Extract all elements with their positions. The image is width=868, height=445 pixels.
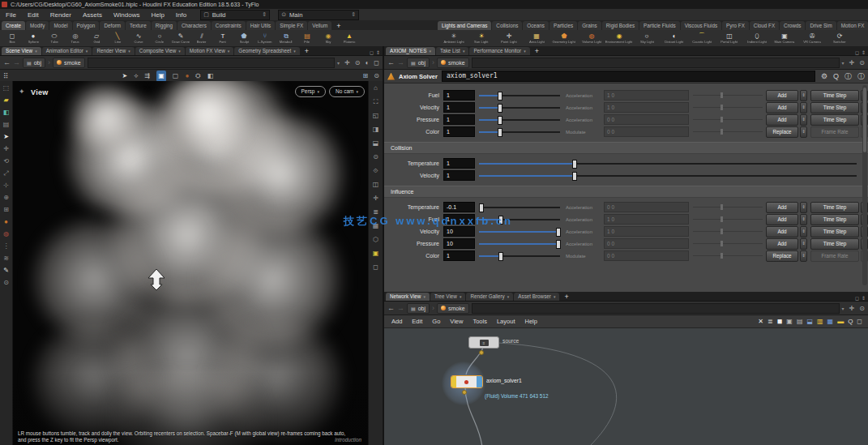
shelf-tool-tube[interactable]: ⬭Tube: [44, 30, 65, 46]
scene-tab-scene-view[interactable]: Scene View▾: [2, 47, 41, 55]
pane-maximize-icon[interactable]: ◻: [855, 295, 859, 301]
scene-tab-geometry-spreadsheet[interactable]: Geometry Spreadsheet▾: [234, 47, 300, 55]
single-view-icon[interactable]: ⬓: [373, 139, 379, 147]
shelf-tab-particle-fluids[interactable]: Particle Fluids: [639, 21, 680, 30]
shelf-tab-oceans[interactable]: Oceans: [523, 21, 549, 30]
take-selector[interactable]: ⊙Main⇕: [278, 10, 359, 20]
operation-spinner-icon[interactable]: ⇕: [800, 214, 807, 225]
shelf-tool-switcher[interactable]: ⟳Switcher: [826, 30, 853, 46]
scene-path-field[interactable]: [88, 58, 335, 68]
network-path-node[interactable]: smoke: [437, 303, 469, 314]
network-tab-network-view[interactable]: Network View▾: [386, 293, 430, 301]
light-view-icon[interactable]: ⟐: [373, 167, 378, 174]
chevron-down-icon[interactable]: ▾: [337, 60, 340, 66]
menu-render[interactable]: Render: [45, 10, 77, 20]
scale-dropdown[interactable]: Time Step: [810, 114, 859, 126]
pane-maximize-icon[interactable]: ◻: [855, 49, 859, 55]
shelf-tool-l-system[interactable]: ⑂L-System: [254, 30, 276, 46]
desktop-selector[interactable]: ▢Build⇕: [200, 10, 270, 20]
scale-dropdown[interactable]: Frame Rate: [810, 250, 859, 262]
param-modulate-field[interactable]: 0 0: [604, 114, 689, 125]
param-modulate-field[interactable]: 0 0: [604, 238, 689, 249]
param-value-field[interactable]: 1: [443, 102, 475, 113]
home-view-icon[interactable]: ⌂: [374, 84, 378, 92]
network-canvas[interactable]: ≡ source axiom_solver1 (Fluid) Volume 47…: [384, 328, 868, 445]
slider-handle[interactable]: [498, 252, 503, 261]
shelf-tool-circle[interactable]: ○Circle: [149, 30, 170, 46]
scene-tab-composite-view[interactable]: Composite View▾: [135, 47, 185, 55]
search-icon[interactable]: Q: [833, 72, 839, 80]
param-path-node[interactable]: smoke: [437, 58, 469, 68]
snap-options-icon[interactable]: ⇶: [145, 71, 151, 82]
shelf-tab-cloud-fx[interactable]: Cloud FX: [750, 21, 779, 30]
shelf-tab-particles[interactable]: Particles: [549, 21, 577, 30]
network-path-root[interactable]: ▤obj: [407, 303, 430, 314]
translate-tool-icon[interactable]: ✛: [3, 145, 9, 152]
pane-split-icon[interactable]: ⇕: [862, 49, 866, 55]
param-modulate-field[interactable]: 1 0: [604, 102, 689, 113]
param-value-field[interactable]: 1: [443, 90, 475, 101]
scale-dropdown[interactable]: Time Step: [810, 102, 859, 113]
list-mode-icon[interactable]: ≣: [768, 317, 773, 327]
param-slider[interactable]: [479, 103, 560, 112]
scale-dropdown[interactable]: Time Step: [810, 214, 859, 225]
pen-tool-icon[interactable]: ✎: [3, 267, 9, 274]
scene-path-node[interactable]: smoke: [53, 58, 85, 68]
menu-windows[interactable]: Windows: [108, 10, 145, 20]
param-slider[interactable]: [479, 239, 560, 248]
shelf-tool-volume-light[interactable]: ◍Volume Light: [578, 30, 605, 46]
menu-info[interactable]: Info: [170, 10, 192, 20]
netmenu-tools[interactable]: Tools: [468, 318, 492, 325]
help-ring-icon[interactable]: ⊙: [3, 279, 9, 286]
param-scrollbar[interactable]: [862, 85, 867, 285]
netmenu-edit[interactable]: Edit: [407, 318, 427, 325]
slider-handle[interactable]: [479, 203, 484, 212]
operation-dropdown[interactable]: Add: [766, 202, 798, 213]
menu-edit[interactable]: Edit: [22, 10, 45, 20]
desktop-spinner-icon[interactable]: ⇕: [257, 11, 267, 18]
grid-snap-icon[interactable]: ▦: [827, 317, 834, 327]
netmenu-help[interactable]: Help: [520, 318, 541, 325]
param-value-field[interactable]: 10: [443, 238, 475, 249]
shelf-tool-bezier[interactable]: ⫽Bezier: [191, 30, 212, 46]
param-value-field[interactable]: 1: [443, 170, 475, 181]
shelf-tool-environment-light[interactable]: ◉Environment Light: [605, 30, 633, 46]
shelf-tool-file[interactable]: ▤File: [297, 30, 318, 46]
operation-dropdown[interactable]: Add: [766, 214, 798, 225]
operation-dropdown[interactable]: Add: [766, 102, 798, 113]
param-value-field[interactable]: -0.1: [443, 202, 475, 212]
notes-panel-icon[interactable]: ▤: [797, 317, 803, 327]
param-path-root[interactable]: ▤obj: [407, 58, 430, 68]
shelf-tool-geometry-light[interactable]: ⬟Geometry Light: [550, 30, 578, 46]
camera-view-icon[interactable]: ⊙: [373, 153, 378, 160]
scale-tool-icon[interactable]: ⤢: [3, 169, 8, 177]
menu-assets[interactable]: Assets: [77, 10, 108, 20]
scale-dropdown[interactable]: Time Step: [810, 226, 859, 237]
jump-icon[interactable]: ⊙: [859, 305, 865, 312]
shelf-tool-vr-camera[interactable]: ✇VR Camera: [798, 30, 826, 46]
netmenu-view[interactable]: View: [445, 318, 468, 325]
back-icon[interactable]: ←: [387, 56, 395, 69]
new-tab-button[interactable]: +: [560, 293, 572, 301]
scale-dropdown[interactable]: Time Step: [810, 202, 859, 213]
param-modulate-field[interactable]: 0 0: [604, 202, 689, 212]
minimize-icon[interactable]: ▬: [837, 317, 844, 327]
slider-handle[interactable]: [498, 104, 502, 113]
shelf-tab-add-button[interactable]: +: [332, 22, 344, 30]
slider-handle[interactable]: [498, 116, 502, 125]
lasso-select-icon[interactable]: ⟡: [134, 71, 138, 82]
param-tab-axiom-notes[interactable]: AXIOM_NOTES▾: [386, 47, 435, 55]
shelf-tool-indirect-light[interactable]: ⬯Indirect Light: [743, 30, 771, 46]
shelf-tool-platonic[interactable]: ▲Platonic: [339, 30, 360, 46]
grid-options-icon[interactable]: ⊞: [363, 71, 369, 82]
param-modulate-field[interactable]: 1 0: [604, 214, 689, 225]
jump-icon[interactable]: ⊙: [859, 59, 865, 66]
scene-tab-render-view[interactable]: Render View▾: [92, 47, 134, 55]
operation-dropdown[interactable]: Add: [766, 114, 798, 126]
shelf-tab-hair-utils[interactable]: Hair Utils: [246, 21, 276, 30]
shelf-tab-create[interactable]: Create: [2, 21, 25, 30]
shelf-tab-pyro-fx[interactable]: Pyro FX: [722, 21, 749, 30]
shelf-tool-draw-curve[interactable]: ✎Draw Curve: [170, 30, 191, 46]
shelf-tab-characters[interactable]: Characters: [177, 21, 211, 30]
operation-dropdown[interactable]: Add: [766, 90, 798, 101]
